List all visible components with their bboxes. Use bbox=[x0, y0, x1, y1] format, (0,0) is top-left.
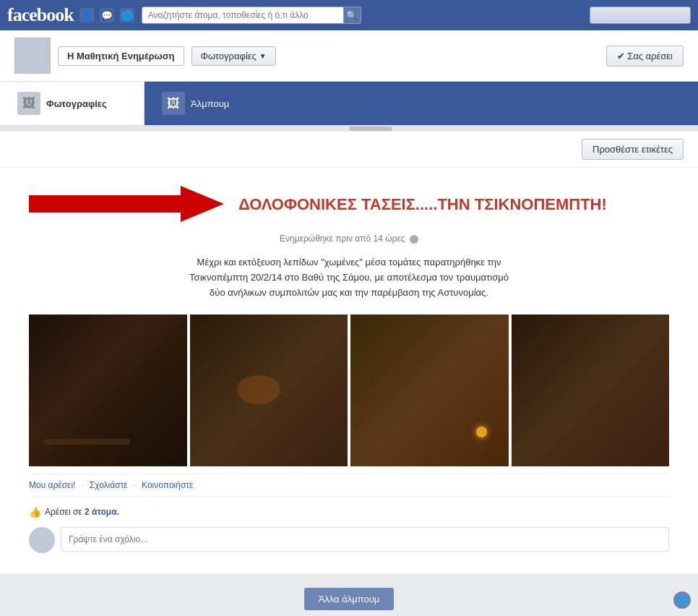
photo-2[interactable] bbox=[190, 315, 348, 466]
search-input[interactable] bbox=[142, 7, 344, 24]
share-action[interactable]: Κοινοποιήστε bbox=[142, 480, 193, 490]
likes-link[interactable]: 2 άτομα. bbox=[85, 507, 119, 517]
photo-3[interactable] bbox=[350, 315, 509, 466]
page-name-button[interactable]: Η Μαθητική Ενημέρωση bbox=[58, 46, 184, 66]
tab-albums-label: Άλμπουμ bbox=[191, 98, 229, 109]
photo-2-image bbox=[190, 315, 348, 466]
likes-pre: Αρέσει σε bbox=[45, 507, 82, 517]
tabs-row: 🖼 Φωτογραφίες 🖼 Άλμπουμ bbox=[0, 82, 698, 126]
albums-tab-icon: 🖼 bbox=[162, 92, 185, 115]
photos-tab-icon: 🖼 bbox=[17, 92, 40, 115]
post-title-row: ΔΟΛΟΦΟΝΙΚΕΣ ΤΑΣΕΙΣ.....ΤΗΝ ΤΣΙΚΝΟΠΕΜΠΤΗ! bbox=[29, 182, 669, 228]
profile-bar[interactable] bbox=[590, 7, 691, 24]
global-settings-icon[interactable]: 🌐 bbox=[673, 591, 691, 609]
likes-row: 👍 Αρέσει σε 2 άτομα. bbox=[29, 502, 669, 521]
red-arrow-svg bbox=[29, 182, 224, 226]
photo-1-image bbox=[29, 315, 187, 466]
globe-icon[interactable]: 🌐 bbox=[120, 8, 134, 22]
dropdown-arrow-icon: ▼ bbox=[259, 52, 267, 60]
nav-right bbox=[590, 7, 691, 24]
photo-3-image bbox=[350, 315, 509, 466]
main-content: Προσθέστε ετικέτες ΔΟΛΟΦΟΝΙΚΕΣ ΤΑΣΕΙΣ...… bbox=[0, 132, 698, 573]
photo-1[interactable] bbox=[29, 315, 187, 466]
top-navigation: facebook 👤 💬 🌐 🔍 bbox=[0, 0, 698, 30]
photo-grid bbox=[29, 315, 669, 466]
sep-1: · bbox=[81, 480, 83, 490]
post-title: ΔΟΛΟΦΟΝΙΚΕΣ ΤΑΣΕΙΣ.....ΤΗΝ ΤΣΙΚΝΟΠΕΜΠΤΗ! bbox=[238, 194, 607, 215]
timestamp-text: Ενημερώθηκε πριν από 14 ώρες bbox=[280, 234, 405, 244]
like-button[interactable]: ✔ Σας αρέσει bbox=[606, 46, 684, 67]
comment-row bbox=[29, 521, 669, 559]
comment-input[interactable] bbox=[61, 527, 669, 552]
page-avatar bbox=[14, 38, 51, 74]
bottom-area: Άλλα άλμπουμ bbox=[0, 573, 698, 616]
post-body: Μέχρι και εκτόξευση λεπίδων "χωμένες" μέ… bbox=[183, 255, 515, 300]
svg-marker-0 bbox=[29, 186, 224, 222]
photos-tab-button[interactable]: Φωτογραφίες ▼ bbox=[191, 46, 276, 66]
add-labels-button[interactable]: Προσθέστε ετικέτες bbox=[582, 139, 684, 160]
add-labels-row: Προσθέστε ετικέτες bbox=[0, 132, 698, 168]
tab-photos-label: Φωτογραφίες bbox=[46, 98, 107, 109]
nav-icons: 👤 💬 🌐 bbox=[79, 8, 134, 22]
thumbs-up-icon: 👍 bbox=[29, 506, 41, 518]
page-header: Η Μαθητική Ενημέρωση Φωτογραφίες ▼ ✔ Σας… bbox=[0, 30, 698, 82]
scroll-track bbox=[0, 126, 698, 132]
photo-4-image bbox=[512, 315, 670, 466]
friends-icon[interactable]: 👤 bbox=[79, 8, 94, 22]
commenter-avatar bbox=[29, 527, 55, 553]
facebook-logo: facebook bbox=[7, 4, 74, 26]
scroll-thumb bbox=[349, 127, 392, 131]
post-area: ΔΟΛΟΦΟΝΙΚΕΣ ΤΑΣΕΙΣ.....ΤΗΝ ΤΣΙΚΝΟΠΕΜΠΤΗ!… bbox=[0, 168, 698, 573]
search-bar: 🔍 bbox=[142, 7, 361, 24]
like-action[interactable]: Μου αρέσει! bbox=[29, 480, 75, 490]
comment-action[interactable]: Σχολιάστε bbox=[90, 480, 128, 490]
tab-albums[interactable]: 🖼 Άλμπουμ bbox=[145, 82, 698, 125]
messages-icon[interactable]: 💬 bbox=[100, 8, 114, 22]
tab-photos[interactable]: 🖼 Φωτογραφίες bbox=[0, 82, 145, 125]
sep-2: · bbox=[134, 480, 136, 490]
more-albums-button[interactable]: Άλλα άλμπουμ bbox=[304, 588, 395, 610]
actions-row: Μου αρέσει! · Σχολιάστε · Κοινοποιήστε bbox=[29, 474, 669, 497]
search-button[interactable]: 🔍 bbox=[344, 7, 361, 24]
photo-4[interactable] bbox=[512, 315, 670, 466]
post-timestamp: Ενημερώθηκε πριν από 14 ώρες bbox=[29, 234, 669, 244]
red-arrow-decoration bbox=[29, 182, 224, 228]
likes-text: Αρέσει σε 2 άτομα. bbox=[45, 507, 119, 517]
photos-label: Φωτογραφίες bbox=[201, 51, 257, 61]
globe-privacy-icon bbox=[410, 235, 418, 244]
